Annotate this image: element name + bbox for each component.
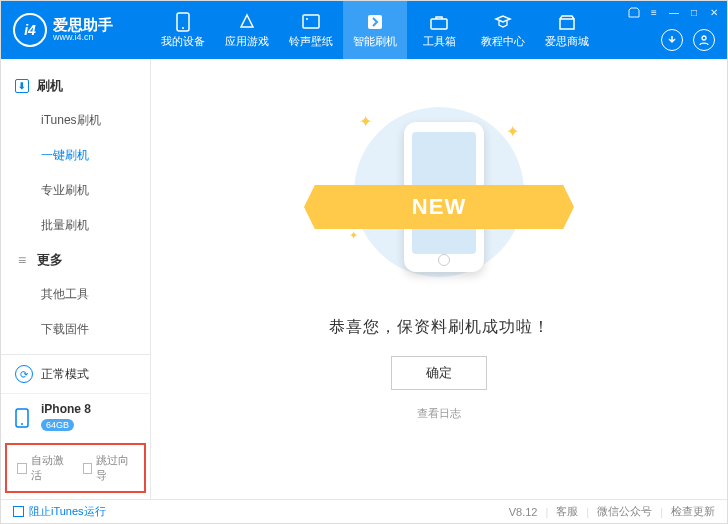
sidebar-item-other-tools[interactable]: 其他工具 (1, 277, 150, 312)
device-icon (15, 408, 33, 426)
skin-icon[interactable] (627, 5, 641, 19)
view-log-link[interactable]: 查看日志 (417, 406, 461, 421)
new-banner: NEW (304, 185, 574, 229)
svg-point-3 (306, 18, 308, 20)
sidebar-item-pro-flash[interactable]: 专业刷机 (1, 173, 150, 208)
ok-button[interactable]: 确定 (391, 356, 487, 390)
sidebar-group-flash[interactable]: ⬇ 刷机 (1, 69, 150, 103)
nav-smart-flash[interactable]: 智能刷机 (343, 1, 407, 59)
wechat-link[interactable]: 微信公众号 (597, 504, 652, 519)
skip-guide-checkbox[interactable]: 跳过向导 (83, 453, 135, 483)
store-icon (557, 12, 577, 32)
option-highlight-box: 自动激活 跳过向导 (5, 443, 146, 493)
download-icon[interactable] (661, 29, 683, 51)
check-update-link[interactable]: 检查更新 (671, 504, 715, 519)
nav-store[interactable]: 爱思商城 (535, 1, 599, 59)
device-mode[interactable]: ⟳ 正常模式 (1, 355, 150, 394)
mode-icon: ⟳ (15, 365, 33, 383)
sparkle-icon: ✦ (359, 112, 372, 131)
nav-ringtones[interactable]: 铃声壁纸 (279, 1, 343, 59)
more-group-icon: ≡ (15, 253, 29, 267)
version-label: V8.12 (509, 506, 538, 518)
svg-point-9 (21, 423, 23, 425)
main-nav: 我的设备 应用游戏 铃声壁纸 智能刷机 工具箱 教程中心 爱思商城 (151, 1, 599, 59)
minimize-icon[interactable]: — (667, 5, 681, 19)
success-illustration: ✦ ✦ ✦ NEW (329, 97, 549, 297)
nav-tutorials[interactable]: 教程中心 (471, 1, 535, 59)
sidebar: ⬇ 刷机 iTunes刷机 一键刷机 专业刷机 批量刷机 ≡ 更多 其他工具 下… (1, 59, 151, 499)
status-bar: 阻止iTunes运行 V8.12 | 客服 | 微信公众号 | 检查更新 (1, 499, 727, 523)
device-storage-badge: 64GB (41, 419, 74, 431)
sidebar-group-more[interactable]: ≡ 更多 (1, 243, 150, 277)
sidebar-item-advanced[interactable]: 高级功能 (1, 347, 150, 354)
menu-icon[interactable]: ≡ (647, 5, 661, 19)
block-itunes-checkbox[interactable]: 阻止iTunes运行 (13, 504, 106, 519)
svg-rect-5 (431, 19, 447, 29)
main-content: ✦ ✦ ✦ NEW 恭喜您，保资料刷机成功啦！ 确定 查看日志 (151, 59, 727, 499)
sidebar-item-itunes-flash[interactable]: iTunes刷机 (1, 103, 150, 138)
tutorial-icon (493, 12, 513, 32)
window-controls: ≡ — □ ✕ (627, 5, 721, 19)
nav-my-device[interactable]: 我的设备 (151, 1, 215, 59)
close-icon[interactable]: ✕ (707, 5, 721, 19)
app-header: i4 爱思助手 www.i4.cn 我的设备 应用游戏 铃声壁纸 智能刷机 工具… (1, 1, 727, 59)
sparkle-icon: ✦ (349, 229, 358, 242)
toolbox-icon (429, 12, 449, 32)
device-name: iPhone 8 (41, 402, 91, 416)
logo-icon: i4 (13, 13, 47, 47)
sidebar-item-batch-flash[interactable]: 批量刷机 (1, 208, 150, 243)
wallpaper-icon (301, 12, 321, 32)
device-info[interactable]: iPhone 8 64GB (1, 394, 150, 443)
nav-toolbox[interactable]: 工具箱 (407, 1, 471, 59)
phone-icon (173, 12, 193, 32)
maximize-icon[interactable]: □ (687, 5, 701, 19)
logo: i4 爱思助手 www.i4.cn (1, 13, 151, 47)
svg-point-7 (702, 36, 706, 40)
svg-rect-4 (368, 15, 382, 29)
svg-rect-6 (560, 19, 574, 29)
nav-apps-games[interactable]: 应用游戏 (215, 1, 279, 59)
sparkle-icon: ✦ (506, 122, 519, 141)
sidebar-item-oneclick-flash[interactable]: 一键刷机 (1, 138, 150, 173)
svg-point-1 (182, 27, 184, 29)
flash-group-icon: ⬇ (15, 79, 29, 93)
support-link[interactable]: 客服 (556, 504, 578, 519)
app-subtitle: www.i4.cn (53, 33, 113, 43)
sidebar-item-download-firmware[interactable]: 下载固件 (1, 312, 150, 347)
auto-activate-checkbox[interactable]: 自动激活 (17, 453, 69, 483)
app-title: 爱思助手 (53, 17, 113, 34)
apps-icon (237, 12, 257, 32)
flash-icon (365, 12, 385, 32)
svg-rect-2 (303, 15, 319, 28)
success-message: 恭喜您，保资料刷机成功啦！ (329, 317, 550, 338)
user-icon[interactable] (693, 29, 715, 51)
